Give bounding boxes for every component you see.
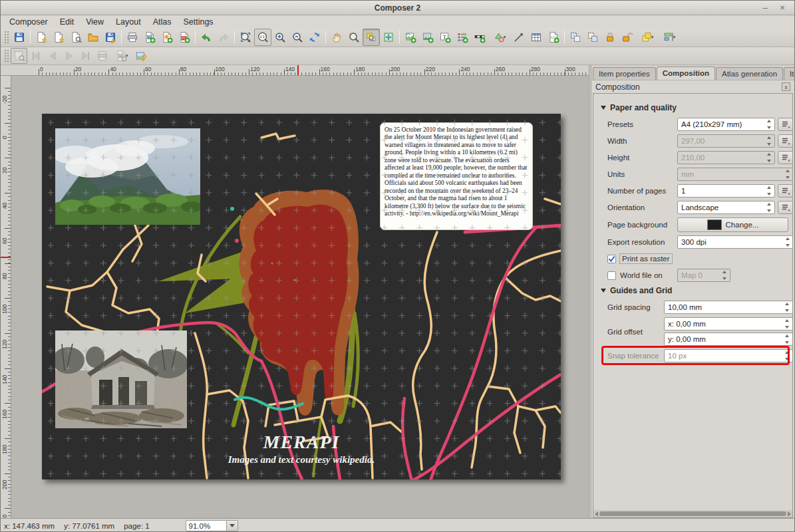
- vertical-ruler[interactable]: -20020406080100120140160180200220: [1, 76, 11, 518]
- toolbar-handle[interactable]: [4, 31, 9, 44]
- select-move-item-button[interactable]: [363, 29, 380, 46]
- zoom-in-button[interactable]: [271, 29, 289, 46]
- page-background-button[interactable]: Change...: [677, 217, 788, 232]
- refresh-view-button[interactable]: [306, 29, 323, 46]
- scroll-left-icon[interactable]: [595, 511, 598, 517]
- data-defined-button[interactable]: [778, 118, 793, 131]
- move-item-content-button[interactable]: [380, 29, 397, 46]
- tab-composition[interactable]: Composition: [657, 66, 715, 80]
- section-header-guides-and-grid[interactable]: Guides and Grid: [601, 286, 788, 295]
- save-project-button[interactable]: [11, 29, 28, 46]
- ruins-photo[interactable]: [55, 331, 187, 428]
- grid-spacing-field[interactable]: 10,00 mm: [664, 301, 793, 314]
- scroll-thumb[interactable]: [599, 511, 786, 516]
- page-subtitle-label[interactable]: Images and text courtesy wikipedia.: [42, 454, 561, 466]
- print-as-raster-checkbox[interactable]: [607, 255, 616, 263]
- toolbar-handle[interactable]: [4, 49, 9, 63]
- group-items-button[interactable]: [567, 29, 584, 46]
- zoom-full-button[interactable]: [237, 29, 254, 46]
- presets-field[interactable]: A4 (210x297 mm): [677, 118, 775, 131]
- menu-layout[interactable]: Layout: [110, 17, 147, 27]
- spinner-arrows-icon[interactable]: [785, 303, 791, 312]
- zoom-out-button[interactable]: [289, 29, 306, 46]
- composer-canvas[interactable]: On 25 October 2010 the Indonesian govern…: [11, 76, 589, 518]
- duplicate-composition-button[interactable]: [50, 29, 67, 46]
- spinner-arrows-icon[interactable]: [785, 351, 791, 360]
- align-selected-items-button[interactable]: ▾: [658, 29, 680, 46]
- grid-offset-field-0[interactable]: x: 0,00 mm: [664, 317, 793, 331]
- volcano-photo[interactable]: [55, 128, 200, 225]
- add-html-frame-button[interactable]: </>: [545, 29, 562, 46]
- spinner-arrows-icon[interactable]: [786, 170, 792, 179]
- spinner-arrows-icon[interactable]: [785, 334, 791, 344]
- lock-selected-items-button[interactable]: [601, 29, 619, 46]
- data-defined-button[interactable]: [778, 201, 793, 214]
- dock-close-icon[interactable]: x: [782, 82, 790, 91]
- composition-page[interactable]: On 25 October 2010 the Indonesian govern…: [42, 114, 561, 479]
- add-shape-button[interactable]: ▾: [488, 29, 510, 46]
- add-attribute-table-button[interactable]: [528, 29, 545, 46]
- tab-atlas-generation[interactable]: Atlas generation: [716, 67, 783, 80]
- export-as-image-button[interactable]: [141, 29, 158, 46]
- export-resolution-field[interactable]: 300 dpi: [677, 235, 793, 249]
- spinner-arrows-icon[interactable]: [767, 120, 773, 129]
- chevron-down-icon[interactable]: ▾: [673, 35, 676, 40]
- grid-offset-field-1[interactable]: y: 0,00 mm: [664, 332, 793, 346]
- menu-view[interactable]: View: [80, 17, 110, 27]
- spinner-arrows-icon[interactable]: [767, 203, 773, 212]
- add-scalebar-button[interactable]: [471, 29, 488, 46]
- menu-atlas[interactable]: Atlas: [147, 17, 178, 27]
- number-of-pages-field[interactable]: 1: [677, 184, 775, 198]
- scroll-right-icon[interactable]: [788, 511, 791, 517]
- spinner-arrows-icon[interactable]: [767, 136, 773, 146]
- add-new-map-button[interactable]: [402, 29, 419, 46]
- orientation-field[interactable]: Landscape: [677, 201, 775, 214]
- menu-edit[interactable]: Edit: [54, 17, 80, 27]
- menu-composer[interactable]: Composer: [3, 17, 54, 27]
- save-as-template-button[interactable]: [102, 29, 119, 46]
- export-as-pdf-button[interactable]: PDF: [176, 29, 193, 46]
- add-arrow-button[interactable]: [510, 29, 528, 46]
- data-defined-button[interactable]: [778, 151, 793, 164]
- menu-settings[interactable]: Settings: [177, 17, 219, 27]
- titlebar[interactable]: Composer 2 – ×: [1, 1, 794, 15]
- spinner-arrows-icon[interactable]: [722, 271, 728, 280]
- zoom-region-button[interactable]: [345, 29, 363, 46]
- snap-tolerance-field[interactable]: 10 px: [664, 349, 793, 362]
- tab-item-properties[interactable]: Item properties: [593, 67, 656, 80]
- zoom-level-input[interactable]: 91.0%: [186, 520, 227, 531]
- spinner-arrows-icon[interactable]: [767, 186, 773, 196]
- ungroup-items-button[interactable]: [584, 29, 601, 46]
- tab-items[interactable]: Items: [784, 67, 795, 80]
- data-defined-button[interactable]: [778, 134, 793, 148]
- print-button[interactable]: [124, 29, 141, 46]
- close-button[interactable]: ×: [777, 3, 788, 13]
- world-file-on-checkbox[interactable]: [607, 271, 616, 280]
- page-title-label[interactable]: MERAPI: [42, 432, 561, 453]
- load-from-template-button[interactable]: [84, 29, 102, 46]
- chevron-down-icon[interactable]: ▾: [504, 35, 506, 40]
- minimize-button[interactable]: –: [760, 3, 770, 13]
- raise-selected-items-button[interactable]: ▾: [636, 29, 658, 46]
- horizontal-ruler[interactable]: 0204060801001201401601802002202402602803…: [1, 65, 589, 76]
- export-as-svg-button[interactable]: [158, 29, 176, 46]
- wikipedia-textbox[interactable]: On 25 October 2010 the Indonesian govern…: [380, 122, 533, 230]
- new-composition-button[interactable]: [33, 29, 50, 46]
- section-header-paper-and-quality[interactable]: Paper and quality: [601, 103, 788, 112]
- unlock-all-items-button[interactable]: [619, 29, 636, 46]
- spinner-arrows-icon[interactable]: [786, 237, 792, 247]
- spinner-arrows-icon[interactable]: [767, 153, 773, 162]
- zoom-1-1-button[interactable]: 1:1: [254, 29, 271, 46]
- panel-horizontal-scrollbar[interactable]: [593, 510, 793, 518]
- add-image-button[interactable]: [419, 29, 436, 46]
- add-legend-button[interactable]: [454, 29, 471, 46]
- chevron-down-icon[interactable]: ▾: [651, 35, 654, 40]
- undo-button[interactable]: [198, 29, 215, 46]
- data-defined-button[interactable]: [778, 184, 793, 198]
- pan-button[interactable]: [328, 29, 345, 46]
- atlas-settings-button[interactable]: [132, 48, 149, 64]
- spinner-arrows-icon[interactable]: [785, 319, 791, 329]
- zoom-dropdown-button[interactable]: [227, 520, 238, 531]
- composition-manager-button[interactable]: [67, 29, 84, 46]
- add-label-button[interactable]: T: [436, 29, 454, 46]
